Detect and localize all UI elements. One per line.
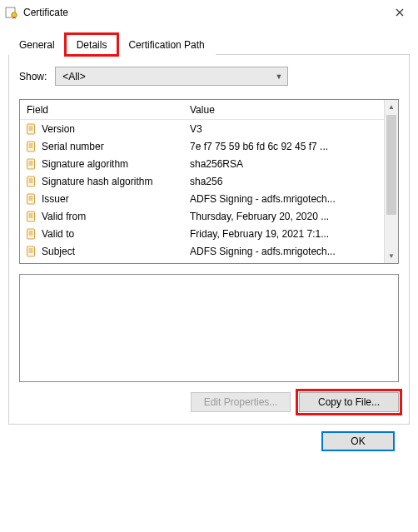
certificate-field-list: Field Value VersionV3Serial number7e f7 … (19, 99, 399, 264)
column-header-field[interactable]: Field (20, 104, 187, 116)
tab-details[interactable]: Details (66, 34, 118, 55)
chevron-down-icon: ▼ (275, 72, 282, 81)
titlebar: Certificate (0, 0, 418, 25)
tab-general[interactable]: General (8, 34, 66, 55)
row-field: Issuer (42, 193, 187, 205)
field-page-icon (25, 192, 38, 206)
row-field: Signature algorithm (42, 158, 187, 170)
row-value: ADFS Signing - adfs.mrigotech... (187, 193, 384, 205)
row-value: 7e f7 75 59 b6 fd 6c 92 45 f7 ... (187, 141, 384, 152)
copy-to-file-button[interactable]: Copy to File... (299, 392, 399, 412)
certificate-icon (5, 6, 18, 19)
field-page-icon (25, 157, 38, 171)
edit-properties-button: Edit Properties... (191, 392, 291, 412)
field-page-icon (25, 245, 38, 258)
row-value: sha256RSA (187, 158, 384, 170)
list-row[interactable]: SubjectADFS Signing - adfs.mrigotech... (20, 242, 384, 260)
field-page-icon (25, 140, 38, 153)
svg-rect-26 (27, 229, 35, 239)
show-filter-value: <All> (62, 71, 85, 82)
show-filter-combo[interactable]: <All> ▼ (55, 67, 288, 86)
svg-rect-18 (27, 194, 35, 204)
list-row[interactable]: VersionV3 (20, 120, 384, 137)
field-detail-textarea[interactable] (19, 274, 399, 382)
row-value: sha256 (187, 176, 384, 187)
list-row[interactable]: Serial number7e f7 75 59 b6 fd 6c 92 45 … (20, 137, 384, 155)
row-value: ADFS Signing - adfs.mrigotech... (187, 246, 384, 257)
field-page-icon (25, 122, 38, 136)
row-field: Valid to (42, 228, 187, 240)
scroll-up-arrow[interactable]: ▲ (385, 100, 398, 114)
row-field: Subject (42, 246, 187, 257)
svg-rect-10 (27, 159, 35, 169)
list-row[interactable]: Valid toFriday, February 19, 2021 7:1... (20, 225, 384, 242)
svg-rect-22 (27, 211, 35, 221)
field-page-icon (25, 175, 38, 188)
svg-rect-30 (27, 246, 35, 256)
svg-rect-6 (27, 142, 35, 152)
list-row[interactable]: IssuerADFS Signing - adfs.mrigotech... (20, 190, 384, 207)
row-field: Valid from (42, 211, 187, 222)
row-value: Thursday, February 20, 2020 ... (187, 211, 384, 222)
scroll-down-arrow[interactable]: ▼ (385, 249, 398, 263)
vertical-scrollbar[interactable]: ▲ ▼ (384, 100, 398, 263)
svg-rect-2 (27, 124, 35, 134)
row-value: Friday, February 19, 2021 7:1... (187, 228, 384, 240)
list-row[interactable]: Signature hash algorithmsha256 (20, 172, 384, 190)
column-header-value[interactable]: Value (187, 104, 398, 116)
row-field: Version (42, 123, 187, 135)
tab-certification-path[interactable]: Certification Path (117, 34, 215, 55)
ok-button[interactable]: OK (321, 431, 395, 451)
row-value: V3 (187, 123, 384, 135)
list-row[interactable]: Valid fromThursday, February 20, 2020 ..… (20, 207, 384, 225)
scroll-thumb[interactable] (386, 115, 396, 215)
close-button[interactable] (381, 0, 418, 25)
row-field: Serial number (42, 141, 187, 152)
list-row[interactable]: Signature algorithmsha256RSA (20, 155, 384, 172)
row-field: Signature hash algorithm (42, 176, 187, 187)
svg-rect-14 (27, 177, 35, 186)
field-page-icon (25, 210, 38, 223)
tabstrip: General Details Certification Path (8, 32, 410, 55)
tab-page-details: Show: <All> ▼ Field Value VersionV3Seria… (8, 55, 410, 425)
field-page-icon (25, 227, 38, 241)
list-header: Field Value (20, 100, 398, 120)
show-label: Show: (19, 71, 47, 82)
window-title: Certificate (23, 7, 68, 18)
